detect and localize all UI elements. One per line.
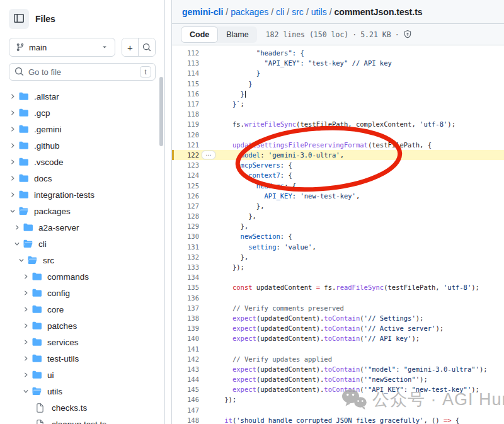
breadcrumb: gemini-cli/packages/cli/src/utils/commen… <box>172 0 504 24</box>
line-number[interactable]: 148 <box>172 416 199 424</box>
chevron-right-icon <box>21 321 30 331</box>
breadcrumb-link-gemini-cli[interactable]: gemini-cli <box>182 7 223 17</box>
line-number[interactable]: 145 <box>172 386 199 393</box>
line-number[interactable]: 142 <box>172 355 199 363</box>
line-number[interactable]: 115 <box>172 80 199 88</box>
chevron-right-icon <box>21 304 30 314</box>
code-line-137: 137 // Verify comments preserved <box>172 303 504 313</box>
code-text: expect(updatedContent).toContain('"API_K… <box>209 386 479 393</box>
code-text: newSection: { <box>209 232 292 240</box>
tree-folder-test-utils[interactable]: test-utils <box>0 350 164 367</box>
line-number[interactable]: 121 <box>172 141 199 149</box>
file-meta: 182 lines (150 loc) · 5.21 KB · <box>266 30 412 39</box>
breadcrumb-link-cli[interactable]: cli <box>276 7 284 17</box>
line-number[interactable]: 129 <box>172 222 199 230</box>
tree-folder-packages[interactable]: packages <box>0 203 164 219</box>
line-number[interactable]: 137 <box>172 304 199 312</box>
search-tree-button[interactable] <box>139 38 155 56</box>
branch-selector[interactable]: main <box>9 38 115 57</box>
breadcrumb-link-utils[interactable]: utils <box>311 7 327 17</box>
tab-code[interactable]: Code <box>181 26 218 43</box>
tree-folder-integration-tests[interactable]: integration-tests <box>0 186 164 203</box>
line-number[interactable]: 116 <box>172 90 199 98</box>
tree-folder-.allstar[interactable]: .allstar <box>0 88 164 105</box>
line-number[interactable]: 132 <box>172 253 199 261</box>
file-size: 5.21 KB <box>360 30 391 39</box>
line-number[interactable]: 128 <box>172 212 199 220</box>
tree-folder-.gcp[interactable]: .gcp <box>0 105 164 121</box>
go-to-file-input[interactable] <box>9 63 156 81</box>
line-number[interactable]: 120 <box>172 131 199 139</box>
chevron-right-icon <box>21 370 30 380</box>
folder-icon <box>32 272 42 281</box>
tree-folder-ui[interactable]: ui <box>0 367 164 383</box>
code-line-126: 126 API_KEY: 'new-test-key', <box>172 191 504 201</box>
tree-folder-patches[interactable]: patches <box>0 318 164 334</box>
line-number[interactable]: 133 <box>172 263 199 271</box>
line-number[interactable]: 141 <box>172 345 199 353</box>
line-number[interactable]: 125 <box>172 182 199 190</box>
code-line-119: 119 fs.writeFileSync(testFilePath, compl… <box>172 119 504 129</box>
tab-blame[interactable]: Blame <box>218 26 256 43</box>
code-line-142: 142 // Verify updates applied <box>172 354 504 364</box>
tree-folder-services[interactable]: services <box>0 334 164 350</box>
line-number[interactable]: 138 <box>172 314 199 322</box>
tree-folder-config[interactable]: config <box>0 285 164 301</box>
tree-item-label: patches <box>47 321 77 331</box>
tree-folder-.github[interactable]: .github <box>0 137 164 154</box>
code-text: context7: { <box>209 171 292 179</box>
new-file-button[interactable]: + <box>122 38 139 56</box>
sidebar-scrollbar[interactable] <box>159 77 163 146</box>
line-number[interactable]: 131 <box>172 243 199 251</box>
code-line-118: 118 <box>172 109 504 119</box>
line-number[interactable]: 144 <box>172 375 199 383</box>
tree-item-label: cli <box>38 239 47 249</box>
tree-folder-.vscode[interactable]: .vscode <box>0 154 164 170</box>
line-number[interactable]: 119 <box>172 120 199 128</box>
code-line-115: 115 } <box>172 79 504 89</box>
tree-file-cleanup.test.ts[interactable]: cleanup.test.ts <box>0 416 164 424</box>
line-number[interactable]: 140 <box>172 335 199 342</box>
collapse-sidebar-button[interactable] <box>9 9 29 29</box>
code-line-116: 116 } <box>172 89 504 99</box>
line-number[interactable]: 135 <box>172 284 199 291</box>
breadcrumb-link-packages[interactable]: packages <box>231 7 268 17</box>
line-number[interactable]: 130 <box>172 232 199 240</box>
line-number[interactable]: 136 <box>172 294 199 302</box>
line-number[interactable]: 143 <box>172 365 199 373</box>
code-line-120: 120 <box>172 130 504 140</box>
line-number[interactable]: 124 <box>172 171 199 179</box>
line-number[interactable]: 146 <box>172 396 199 403</box>
tree-folder-utils[interactable]: utils <box>0 383 164 399</box>
line-number[interactable]: 123 <box>172 161 199 169</box>
line-number[interactable]: 117 <box>172 100 199 108</box>
tree-folder-src[interactable]: src <box>0 252 164 268</box>
line-number[interactable]: 127 <box>172 202 199 210</box>
tree-folder-a2a-server[interactable]: a2a-server <box>0 219 164 236</box>
breadcrumb-link-src[interactable]: src <box>292 7 304 17</box>
tree-folder-core[interactable]: core <box>0 301 164 318</box>
folder-icon <box>32 338 42 347</box>
code-text: it('should handle corrupted JSON files g… <box>209 416 459 424</box>
code-text: model: 'gemini-3.0-ultra', <box>209 151 344 159</box>
line-number[interactable]: 118 <box>172 110 199 118</box>
line-number[interactable]: 147 <box>172 406 199 414</box>
tree-folder-cli[interactable]: cli <box>0 236 164 252</box>
tree-folder-commands[interactable]: commands <box>0 268 164 285</box>
code-text: }`; <box>209 100 244 108</box>
line-number[interactable]: 134 <box>172 273 199 281</box>
line-number[interactable]: 126 <box>172 192 199 200</box>
line-number[interactable]: 113 <box>172 59 199 67</box>
line-number[interactable]: 114 <box>172 69 199 77</box>
tree-file-checks.ts[interactable]: checks.ts <box>0 399 164 416</box>
shield-icon[interactable] <box>403 30 412 39</box>
tree-folder-docs[interactable]: docs <box>0 170 164 186</box>
code-line-145: 145 expect(updatedContent).toContain('"A… <box>172 384 504 394</box>
line-number[interactable]: 122 <box>172 151 199 159</box>
line-actions-button[interactable]: ⋯ <box>202 151 215 159</box>
line-number[interactable]: 139 <box>172 324 199 332</box>
tree-folder-.gemini[interactable]: .gemini <box>0 121 164 137</box>
line-number[interactable]: 112 <box>172 49 199 57</box>
tree-item-label: .gemini <box>34 125 62 134</box>
search-icon <box>14 67 24 79</box>
